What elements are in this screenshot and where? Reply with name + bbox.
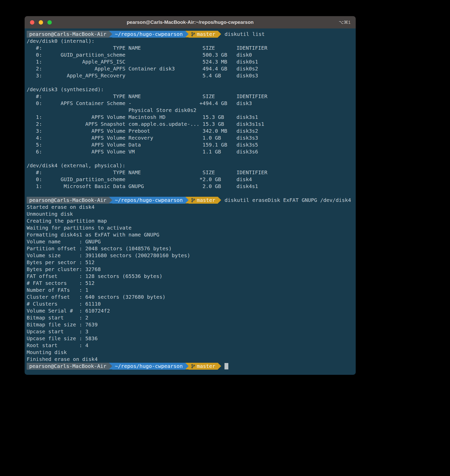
terminal-output-line: Finished erase on disk4 bbox=[27, 356, 354, 363]
git-branch-name: master bbox=[197, 363, 215, 370]
command-text: diskutil list bbox=[221, 31, 265, 38]
terminal-output-line: Cluster offset : 640 sectors (327680 byt… bbox=[27, 294, 354, 301]
terminal-output-line: 0: APFS Container Scheme - +494.4 GB dis… bbox=[27, 100, 354, 107]
terminal-output-line: Started erase on disk4 bbox=[27, 204, 354, 211]
git-branch-name: master bbox=[197, 31, 215, 38]
powerline-separator-icon bbox=[185, 197, 189, 203]
diskutil-list-output: /dev/disk0 (internal): #: TYPE NAME SIZE… bbox=[27, 38, 354, 197]
traffic-lights bbox=[25, 20, 52, 25]
prompt-user-host: pearson@Carls-MacBook-Air bbox=[27, 197, 109, 204]
terminal-output-line: Volume size : 3911680 sectors (200278016… bbox=[27, 252, 354, 259]
terminal-output-line: Physical Store disk0s2 bbox=[27, 107, 354, 114]
git-branch-icon bbox=[191, 32, 195, 36]
powerline-separator-icon bbox=[218, 31, 221, 37]
git-branch-icon bbox=[191, 198, 195, 202]
command-text: diskutil eraseDisk ExFAT GNUPG /dev/disk… bbox=[221, 197, 351, 204]
terminal-output-line: 1: Microsoft Basic Data GNUPG 2.0 GB dis… bbox=[27, 183, 354, 190]
terminal-output-line: # FAT sectors : 512 bbox=[27, 280, 354, 287]
terminal-output-line: 2: APFS Snapshot com.apple.os.update-...… bbox=[27, 121, 354, 128]
terminal-output-line: 3: Apple_APFS_Recovery 5.4 GB disk0s3 bbox=[27, 72, 354, 79]
terminal-output-line: Bytes per sector : 512 bbox=[27, 259, 354, 266]
prompt-git-segment: master bbox=[189, 31, 218, 38]
terminal-output-line: 5: APFS Volume Data 159.1 GB disk3s5 bbox=[27, 141, 354, 148]
terminal-output-line: Upcase start : 3 bbox=[27, 328, 354, 335]
window-title: pearson@Carls-MacBook-Air:~/repos/hugo-c… bbox=[25, 19, 356, 25]
prompt-directory: ~/repos/hugo-cwpearson bbox=[112, 363, 185, 370]
terminal-output-line: 0: GUID_partition_scheme *2.0 GB disk4 bbox=[27, 176, 354, 183]
terminal-output-line: Bitmap start : 2 bbox=[27, 314, 354, 321]
terminal-output-line: /dev/disk4 (external, physical): bbox=[27, 162, 354, 169]
terminal-output-line: Bitmap file size : 7639 bbox=[27, 321, 354, 328]
terminal-output-line: Mounting disk bbox=[27, 349, 354, 356]
terminal-output-line: /dev/disk0 (internal): bbox=[27, 38, 354, 45]
terminal-output-line bbox=[27, 190, 354, 197]
powerline-separator-icon bbox=[218, 197, 221, 203]
prompt-git-segment: master bbox=[189, 363, 218, 370]
powerline-separator-icon bbox=[185, 363, 189, 369]
prompt-line-2: pearson@Carls-MacBook-Air ~/repos/hugo-c… bbox=[27, 197, 354, 204]
prompt-git-segment: master bbox=[189, 197, 218, 204]
terminal-output-line: Upcase file size : 5836 bbox=[27, 335, 354, 342]
terminal-cursor[interactable] bbox=[224, 363, 228, 369]
prompt-directory: ~/repos/hugo-cwpearson bbox=[112, 197, 185, 204]
powerline-separator-icon bbox=[185, 31, 189, 37]
prompt-user-host: pearson@Carls-MacBook-Air bbox=[27, 31, 109, 38]
terminal-output-line: 2: Apple_APFS Container disk3 494.4 GB d… bbox=[27, 65, 354, 72]
terminal-output-line: Root start : 4 bbox=[27, 342, 354, 349]
terminal-output-line: Bytes per cluster: 32768 bbox=[27, 266, 354, 273]
powerline-separator-icon bbox=[109, 197, 112, 203]
terminal-output-line: Volume Serial # : 610724f2 bbox=[27, 307, 354, 314]
minimize-button[interactable] bbox=[39, 20, 43, 25]
prompt-directory: ~/repos/hugo-cwpearson bbox=[112, 31, 185, 38]
powerline-separator-icon bbox=[109, 31, 112, 37]
window-titlebar[interactable]: pearson@Carls-MacBook-Air:~/repos/hugo-c… bbox=[25, 16, 356, 28]
terminal-output-line: Creating the partition map bbox=[27, 218, 354, 224]
window-shortcut-badge: ⌥⌘1 bbox=[339, 20, 351, 25]
terminal-output-line: FAT offset : 128 sectors (65536 bytes) bbox=[27, 273, 354, 280]
erase-disk-output: Started erase on disk4Unmounting diskCre… bbox=[27, 204, 354, 363]
terminal-output-line: Formatting disk4s1 as ExFAT with name GN… bbox=[27, 231, 354, 238]
terminal-content[interactable]: pearson@Carls-MacBook-Air ~/repos/hugo-c… bbox=[25, 28, 356, 375]
terminal-output-line: # Clusters : 61110 bbox=[27, 301, 354, 307]
terminal-output-line: /dev/disk3 (synthesized): bbox=[27, 86, 354, 93]
terminal-output-line: 3: APFS Volume Preboot 342.0 MB disk3s2 bbox=[27, 128, 354, 134]
terminal-output-line: #: TYPE NAME SIZE IDENTIFIER bbox=[27, 45, 354, 51]
terminal-output-line: 4: APFS Volume Recovery 1.0 GB disk3s3 bbox=[27, 134, 354, 141]
terminal-output-line: #: TYPE NAME SIZE IDENTIFIER bbox=[27, 169, 354, 176]
close-button[interactable] bbox=[30, 20, 34, 25]
prompt-line-1: pearson@Carls-MacBook-Air ~/repos/hugo-c… bbox=[27, 31, 354, 38]
terminal-output-line: #: TYPE NAME SIZE IDENTIFIER bbox=[27, 93, 354, 100]
terminal-output-line: Partition offset : 2048 sectors (1048576… bbox=[27, 245, 354, 252]
powerline-separator-icon bbox=[218, 363, 221, 369]
powerline-separator-icon bbox=[109, 363, 112, 369]
terminal-output-line: Volume name : GNUPG bbox=[27, 238, 354, 245]
terminal-window: pearson@Carls-MacBook-Air:~/repos/hugo-c… bbox=[25, 16, 356, 375]
git-branch-icon bbox=[191, 364, 195, 368]
prompt-line-3: pearson@Carls-MacBook-Air ~/repos/hugo-c… bbox=[27, 363, 354, 370]
terminal-output-line: 1: Apple_APFS_ISC 524.3 MB disk0s1 bbox=[27, 58, 354, 65]
terminal-output-line bbox=[27, 155, 354, 162]
terminal-output-line: Number of FATs : 1 bbox=[27, 287, 354, 294]
terminal-output-line: 0: GUID_partition_scheme 500.3 GB disk0 bbox=[27, 51, 354, 58]
terminal-output-line: Waiting for partitions to activate bbox=[27, 224, 354, 231]
git-branch-name: master bbox=[197, 197, 215, 204]
terminal-output-line: Unmounting disk bbox=[27, 211, 354, 218]
terminal-output-line bbox=[27, 79, 354, 86]
terminal-output-line: 1: APFS Volume Macintosh HD 15.3 GB disk… bbox=[27, 114, 354, 121]
prompt-user-host: pearson@Carls-MacBook-Air bbox=[27, 363, 109, 370]
zoom-button[interactable] bbox=[47, 20, 52, 25]
terminal-output-line: 6: APFS Volume VM 1.1 GB disk3s6 bbox=[27, 148, 354, 155]
